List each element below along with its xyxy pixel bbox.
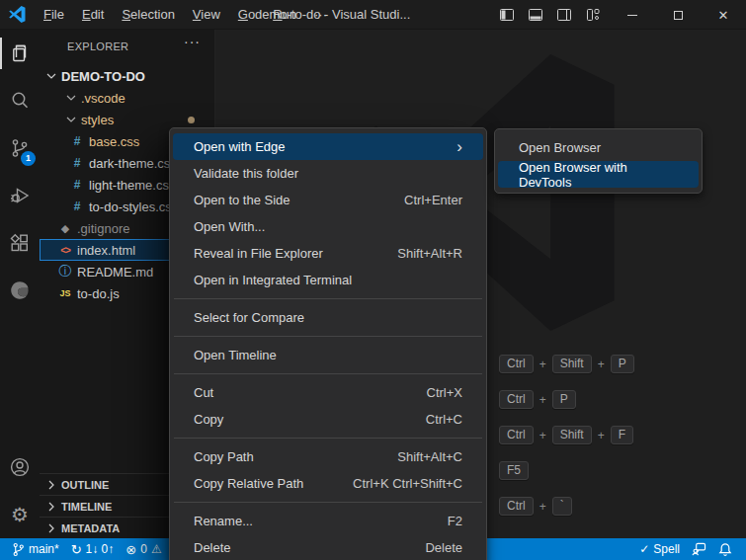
search-icon — [8, 89, 32, 113]
submenu-item-open-browser[interactable]: Open Browser — [498, 134, 699, 161]
menu-item-label: Reveal in File Explorer — [194, 246, 397, 261]
keycap: Ctrl — [499, 426, 534, 444]
menu-item-validate-folder[interactable]: Validate this folder — [173, 160, 483, 187]
status-problems[interactable]: ⊗ 0 ⚠ — [120, 538, 167, 560]
tree-item-vscode-folder[interactable]: .vscode — [40, 87, 214, 109]
tree-item-label: .vscode — [81, 91, 125, 106]
menu-item-open-to-side[interactable]: Open to the Side Ctrl+Enter — [173, 187, 483, 213]
section-label: OUTLINE — [61, 479, 109, 491]
menu-item-rename[interactable]: Rename... F2 — [173, 508, 483, 534]
minimize-button[interactable] — [610, 0, 655, 30]
tree-item-label: .gitignore — [77, 221, 129, 236]
menu-item-label: Open Timeline — [194, 348, 462, 362]
menu-item-cut[interactable]: Cut Ctrl+X — [173, 379, 483, 406]
markdown-file-icon: ⓘ — [57, 263, 73, 280]
menu-item-label: Copy Path — [194, 449, 397, 464]
menu-separator — [174, 298, 482, 299]
tree-item-label: DEMO-TO-DO — [61, 69, 145, 84]
keycap: Ctrl — [499, 355, 534, 373]
menu-file[interactable]: File — [35, 0, 73, 30]
warnings-icon: ⚠ — [151, 543, 162, 556]
toggle-sidebar-icon[interactable] — [499, 7, 515, 23]
status-branch[interactable]: main* — [6, 538, 65, 560]
activity-explorer[interactable] — [0, 30, 40, 77]
explorer-more-actions-icon[interactable]: ··· — [184, 34, 201, 49]
menu-item-label: Copy — [194, 412, 426, 427]
menu-item-shortcut: Shift+Alt+C — [397, 449, 462, 464]
tree-item-root[interactable]: DEMO-TO-DO — [40, 65, 214, 87]
keycap: Ctrl — [499, 497, 534, 516]
explorer-title: EXPLORER — [67, 40, 128, 52]
explorer-header: EXPLORER ··· — [40, 30, 214, 65]
menu-edit[interactable]: Edit — [73, 0, 113, 30]
toggle-secondary-sidebar-icon[interactable] — [556, 7, 572, 23]
edge-submenu: Open Browser Open Browser with DevTools — [494, 128, 703, 194]
js-file-icon: JS — [57, 288, 73, 298]
menu-item-copy-path[interactable]: Copy Path Shift+Alt+C — [173, 443, 483, 470]
menu-item-select-for-compare[interactable]: Select for Compare — [173, 304, 483, 331]
title-bar: File Edit Selection View Go Run ··· demo… — [0, 0, 746, 30]
menu-item-shortcut: Ctrl+Enter — [404, 193, 462, 207]
activity-extensions[interactable] — [0, 219, 40, 267]
submenu-item-open-browser-devtools[interactable]: Open Browser with DevTools — [498, 161, 699, 188]
menu-item-open-with-edge[interactable]: Open with Edge › — [173, 133, 483, 160]
menu-item-shortcut: Ctrl+K Ctrl+Shift+C — [353, 476, 462, 491]
keycap: Shift — [552, 426, 592, 444]
gear-icon: ⚙ — [11, 505, 29, 524]
chevron-right-icon — [43, 477, 59, 493]
menu-item-delete[interactable]: Delete Delete — [173, 534, 483, 560]
close-button[interactable]: ✕ — [701, 0, 746, 30]
toggle-panel-icon[interactable] — [528, 7, 543, 23]
activity-accounts[interactable] — [0, 443, 40, 491]
menu-item-copy[interactable]: Copy Ctrl+C — [173, 406, 483, 433]
menu-separator — [174, 502, 482, 503]
menu-separator — [174, 336, 482, 337]
menu-item-open-timeline[interactable]: Open Timeline — [173, 342, 483, 368]
menu-view[interactable]: View — [184, 0, 229, 30]
customize-layout-icon[interactable] — [585, 7, 601, 23]
activity-settings[interactable]: ⚙ — [0, 491, 40, 538]
plus-separator: + — [598, 429, 605, 442]
shortcut-toggle-terminal: Ctrl + ` — [499, 497, 572, 516]
section-label: METADATA — [61, 522, 120, 534]
activity-search[interactable] — [0, 77, 40, 124]
menu-item-label: Open With... — [194, 219, 462, 234]
tree-item-label: base.css — [89, 134, 139, 149]
activity-run-debug[interactable] — [0, 172, 40, 219]
menu-item-copy-relative-path[interactable]: Copy Relative Path Ctrl+K Ctrl+Shift+C — [173, 470, 483, 497]
layout-controls — [499, 0, 601, 30]
branch-label: main* — [29, 542, 59, 556]
menu-item-label: Select for Compare — [194, 310, 462, 325]
menu-item-shortcut: Ctrl+C — [426, 412, 462, 427]
status-notifications[interactable] — [712, 538, 738, 560]
status-feedback[interactable] — [686, 538, 712, 560]
shortcut-find-in-files: Ctrl + Shift + F — [499, 426, 633, 444]
menu-item-open-with[interactable]: Open With... — [173, 213, 483, 240]
activity-bar: 1 ⚙ — [0, 30, 40, 538]
keycap: Shift — [552, 355, 592, 373]
shortcut-command-palette: Ctrl + Shift + P — [499, 355, 634, 373]
branch-icon — [12, 542, 25, 557]
status-sync[interactable]: ↻ 1↓ 0↑ — [65, 538, 121, 560]
maximize-button[interactable] — [655, 0, 701, 30]
menu-item-label: Validate this folder — [194, 166, 462, 181]
menu-separator — [174, 438, 482, 439]
plus-separator: + — [539, 429, 546, 442]
keycap: F5 — [499, 461, 529, 480]
menu-item-shortcut: Delete — [425, 540, 462, 555]
minimize-icon — [627, 15, 637, 16]
menu-selection[interactable]: Selection — [113, 0, 183, 30]
plus-separator: + — [598, 358, 605, 371]
check-icon: ✓ — [639, 543, 649, 556]
menu-item-shortcut: F2 — [448, 514, 462, 528]
activity-source-control[interactable]: 1 — [0, 124, 40, 172]
source-control-badge: 1 — [21, 151, 36, 166]
sync-counts: 1↓ 0↑ — [86, 542, 115, 556]
activity-edge-tools[interactable] — [0, 267, 40, 314]
status-spell[interactable]: ✓ Spell — [633, 538, 686, 560]
chevron-right-icon — [43, 499, 59, 515]
menu-item-label: Open in Integrated Terminal — [194, 273, 462, 287]
menu-item-open-integrated-terminal[interactable]: Open in Integrated Terminal — [173, 267, 483, 293]
menu-item-reveal-in-file-explorer[interactable]: Reveal in File Explorer Shift+Alt+R — [173, 240, 483, 267]
errors-icon: ⊗ — [125, 543, 136, 556]
